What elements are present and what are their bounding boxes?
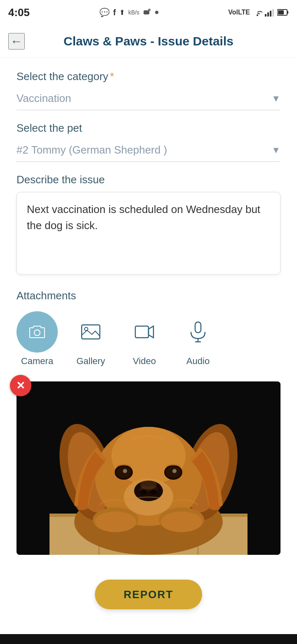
remove-image-button[interactable]: ✕ <box>10 375 31 396</box>
svg-rect-4 <box>267 12 269 17</box>
gallery-icon <box>70 311 111 353</box>
describe-label: Describe the issue <box>16 173 280 186</box>
video-button[interactable]: Video <box>124 311 165 367</box>
svg-rect-0 <box>144 10 149 14</box>
camera-icon-circle <box>16 311 58 353</box>
gallery-button[interactable]: Gallery <box>70 311 111 367</box>
svg-point-10 <box>34 330 40 336</box>
signal-icon <box>265 8 275 17</box>
gallery-label: Gallery <box>76 356 105 367</box>
status-icons: 💬 f ⬆ kB/s <box>99 7 158 17</box>
chevron-down-icon: ▼ <box>271 93 280 104</box>
audio-icon <box>177 311 219 353</box>
pet-selected-value: #2 Tommy (German Shepherd ) <box>16 144 167 156</box>
pet-label: Select the pet <box>16 122 280 135</box>
svg-point-2 <box>257 14 258 16</box>
attachment-buttons: Camera Gallery <box>16 311 280 367</box>
back-arrow-icon: ← <box>10 34 23 48</box>
volte-icon: VolLTE <box>228 9 250 16</box>
svg-point-42 <box>172 469 177 473</box>
audio-button[interactable]: Audio <box>177 311 219 367</box>
camera-icon <box>28 324 46 339</box>
main-content: Select the category* Vaccination ▼ Selec… <box>0 58 297 634</box>
status-bar: 4:05 💬 f ⬆ kB/s VolLTE <box>0 0 297 25</box>
close-icon: ✕ <box>16 380 25 391</box>
category-label: Select the category* <box>16 70 280 83</box>
category-section: Select the category* Vaccination ▼ <box>16 70 280 110</box>
category-dropdown[interactable]: Vaccination ▼ <box>16 87 280 110</box>
page-title: Claws & Paws - Issue Details <box>25 34 272 48</box>
describe-section: Describe the issue Next vaccination is s… <box>16 173 280 289</box>
required-indicator: * <box>110 70 114 83</box>
camera-label: Camera <box>21 356 53 367</box>
bottom-nav-bar: ‹ <box>0 634 297 644</box>
wifi-icon <box>252 8 262 17</box>
svg-rect-14 <box>195 322 201 333</box>
attachments-label: Attachments <box>16 289 280 302</box>
svg-point-47 <box>140 480 157 490</box>
pet-dropdown[interactable]: #2 Tommy (German Shepherd ) ▼ <box>16 139 280 162</box>
camera-button[interactable]: Camera <box>16 311 58 367</box>
video-icon <box>124 311 165 353</box>
svg-rect-6 <box>272 9 274 17</box>
svg-point-45 <box>95 511 136 532</box>
svg-rect-3 <box>265 14 266 17</box>
svg-point-36 <box>150 490 157 495</box>
svg-rect-9 <box>287 11 288 14</box>
dot-indicator <box>155 11 158 14</box>
describe-textarea[interactable]: Next vaccination is scheduled on Wednesd… <box>16 192 280 275</box>
back-button[interactable]: ← <box>8 33 25 50</box>
report-section: REPORT <box>16 571 280 622</box>
dog-image-preview <box>16 381 280 555</box>
svg-point-39 <box>123 469 127 473</box>
network-icon: ⬆ <box>119 8 125 17</box>
svg-rect-11 <box>82 325 100 339</box>
header: ← Claws & Paws - Issue Details <box>0 25 297 58</box>
teams-icon <box>143 8 152 17</box>
svg-rect-8 <box>278 10 284 14</box>
category-selected-value: Vaccination <box>16 92 71 105</box>
battery-icon <box>277 9 289 16</box>
status-right-icons: VolLTE <box>228 8 289 17</box>
report-button[interactable]: REPORT <box>95 580 202 609</box>
whatsapp-icon: 💬 <box>99 7 110 17</box>
kbs-text: kB/s <box>128 9 139 16</box>
video-label: Video <box>133 356 156 367</box>
svg-point-1 <box>148 9 151 11</box>
facebook-icon: f <box>113 8 116 17</box>
attachments-section: Attachments Camera <box>16 289 280 367</box>
pet-section: Select the pet #2 Tommy (German Shepherd… <box>16 122 280 162</box>
svg-point-46 <box>161 511 202 532</box>
svg-rect-13 <box>135 326 148 338</box>
dog-photo-svg <box>16 381 280 555</box>
svg-point-35 <box>140 490 147 495</box>
svg-rect-5 <box>270 11 271 17</box>
image-preview-wrapper: ✕ <box>16 381 280 555</box>
audio-label: Audio <box>186 356 210 367</box>
status-time: 4:05 <box>8 6 30 19</box>
chevron-down-icon-2: ▼ <box>271 145 280 156</box>
